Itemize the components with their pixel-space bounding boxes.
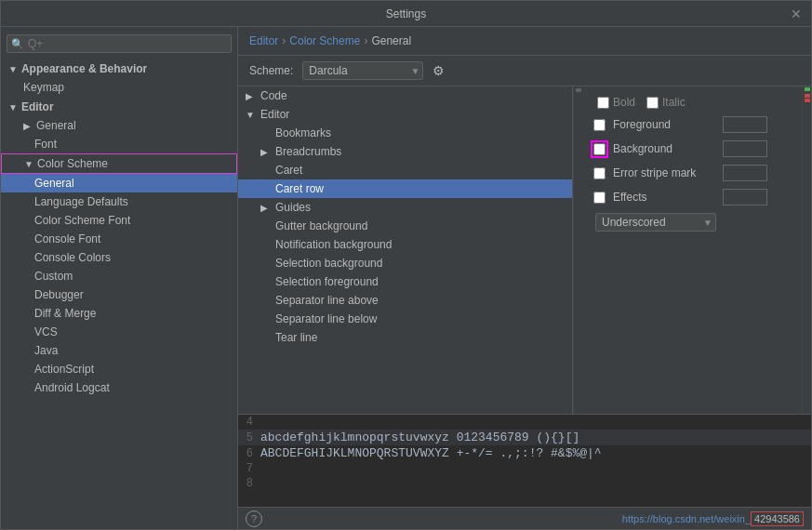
right-panel: Editor › Color Scheme › General Scheme: … (238, 27, 811, 529)
scheme-label: Scheme: (249, 64, 293, 77)
scheme-select[interactable]: Darcula (302, 61, 423, 80)
arrow-icon: ▶ (260, 203, 272, 213)
preview-line-5: 5 abcdefghijklmnopqrstuvwxyz 0123456789 … (238, 430, 811, 445)
sidebar-item-label: Console Colors (34, 251, 111, 264)
sidebar-item-debugger[interactable]: Debugger (1, 285, 237, 304)
error-stripe-label: Error stripe mark (613, 166, 715, 179)
close-button[interactable]: ✕ (789, 7, 804, 21)
help-button[interactable]: ? (246, 510, 262, 527)
sidebar-item-label: General (34, 177, 74, 190)
scroll-red-tick2 (805, 99, 810, 102)
tree-item-caret-row[interactable]: Caret row (238, 179, 572, 198)
search-box[interactable]: 🔍 (7, 34, 232, 53)
bold-italic-row: Bold Italic (593, 96, 791, 109)
sidebar-item-appearance-behavior[interactable]: ▼ Appearance & Behavior (1, 59, 237, 78)
preview-line-7: 7 (238, 461, 811, 476)
foreground-checkbox[interactable] (593, 119, 606, 131)
line-number: 8 (238, 477, 260, 490)
tree-item-label: Editor (260, 108, 289, 121)
sidebar-item-language-defaults[interactable]: Language Defaults (1, 192, 237, 211)
sidebar-item-label: Color Scheme Font (34, 214, 130, 227)
line-number: 4 (238, 416, 260, 429)
options-scrollbar[interactable] (802, 86, 811, 414)
tree-scrollbar[interactable] (573, 86, 582, 414)
sidebar-item-label: Diff & Merge (34, 307, 96, 320)
tree-item-editor[interactable]: ▼ Editor (238, 105, 572, 124)
tree-item-guides[interactable]: ▶ Guides (238, 198, 572, 217)
tree-item-label: Selection background (275, 257, 382, 270)
arrow-icon: ▼ (8, 102, 18, 113)
breadcrumb-general: General (371, 34, 411, 47)
sidebar-item-console-colors[interactable]: Console Colors (1, 248, 237, 267)
sidebar-item-editor[interactable]: ▼ Editor (1, 97, 237, 116)
tree-item-label: Caret (275, 164, 302, 177)
line-number: 5 (238, 431, 260, 444)
sidebar-item-cs-font[interactable]: Color Scheme Font (1, 211, 237, 230)
background-color-box[interactable] (723, 140, 767, 157)
gear-button[interactable]: ⚙ (433, 63, 445, 78)
sidebar-item-font[interactable]: Font (1, 135, 237, 153)
italic-label[interactable]: Italic (646, 96, 686, 109)
sidebar-item-label: Language Defaults (34, 195, 128, 208)
foreground-color-box[interactable] (723, 116, 767, 133)
tree-item-gutter-background[interactable]: Gutter background (238, 217, 572, 235)
sidebar-item-color-scheme[interactable]: ▼ Color Scheme (1, 153, 237, 174)
tree-item-label: Breadcrumbs (275, 145, 341, 158)
sidebar-item-java[interactable]: Java (1, 341, 237, 360)
tree-item-bookmarks[interactable]: Bookmarks (238, 124, 572, 142)
tree-item-tear-line[interactable]: Tear line (238, 328, 572, 347)
sidebar-item-actionscript[interactable]: ActionScript (1, 360, 237, 378)
tree-item-label: Guides (275, 201, 311, 214)
arrow-icon: ▼ (246, 110, 257, 120)
tree-item-separator-below[interactable]: Separator line below (238, 310, 572, 328)
tree-item-code[interactable]: ▶ Code (238, 86, 572, 105)
foreground-row: Foreground (593, 116, 791, 133)
error-stripe-color-box[interactable] (723, 165, 767, 181)
preview-line-6: 6 ABCDEFGHIJKLMNOPQRSTUVWXYZ +-*/= .,;:!… (238, 445, 811, 461)
line-number: 6 (238, 447, 260, 460)
status-right: https://blog.csdn.net/weixin_ 42943586 (622, 511, 804, 526)
italic-checkbox[interactable] (646, 97, 659, 109)
breadcrumb-color-scheme[interactable]: Color Scheme (289, 34, 360, 47)
preview-text: ABCDEFGHIJKLMNOPQRSTUVWXYZ +-*/= .,;:!? … (260, 446, 602, 460)
sidebar-item-console-font[interactable]: Console Font (1, 230, 237, 248)
tree-item-label: Tear line (275, 331, 317, 344)
sidebar-item-label: Debugger (34, 288, 84, 301)
underscored-select[interactable]: Underscored (595, 213, 716, 232)
tree-item-notification-bg[interactable]: Notification background (238, 235, 572, 254)
sidebar-item-custom[interactable]: Custom (1, 267, 237, 285)
arrow-icon: ▼ (24, 159, 33, 169)
underscored-row: Underscored ▼ (593, 213, 791, 232)
tree-item-separator-above[interactable]: Separator line above (238, 291, 572, 310)
tree-item-label: Code (260, 89, 287, 102)
tree-item-selection-fg[interactable]: Selection foreground (238, 272, 572, 291)
scroll-green-tick (805, 87, 810, 91)
background-label: Background (613, 142, 715, 155)
breadcrumb-sep1: › (282, 34, 286, 47)
italic-text: Italic (662, 96, 686, 109)
breadcrumb-editor[interactable]: Editor (249, 34, 278, 47)
effects-checkbox[interactable] (593, 192, 606, 204)
sidebar-item-vcs[interactable]: VCS (1, 323, 237, 341)
tree-item-label: Bookmarks (275, 126, 331, 139)
sidebar-item-label: General (36, 119, 76, 132)
tree-item-caret[interactable]: Caret (238, 161, 572, 179)
tree-item-breadcrumbs[interactable]: ▶ Breadcrumbs (238, 142, 572, 161)
sidebar-item-keymap[interactable]: Keymap (1, 78, 237, 97)
effects-color-box[interactable] (723, 189, 767, 205)
error-stripe-checkbox[interactable] (593, 167, 606, 179)
sidebar-item-diff-merge[interactable]: Diff & Merge (1, 304, 237, 323)
bold-checkbox[interactable] (597, 97, 609, 109)
scheme-dropdown-wrapper: Darcula ▼ (302, 61, 423, 80)
tree-item-selection-bg[interactable]: Selection background (238, 254, 572, 272)
bold-text: Bold (613, 96, 635, 109)
sidebar-item-cs-general[interactable]: General (1, 174, 237, 192)
background-checkbox[interactable] (593, 143, 606, 155)
sidebar-item-general[interactable]: ▶ General (1, 116, 237, 135)
sidebar-item-android-logcat[interactable]: Android Logcat (1, 378, 237, 397)
bold-label[interactable]: Bold (597, 96, 635, 109)
search-input[interactable] (28, 37, 227, 50)
background-row: Background (593, 140, 791, 157)
status-id: 42943586 (751, 511, 804, 526)
scroll-thumb (576, 88, 581, 92)
